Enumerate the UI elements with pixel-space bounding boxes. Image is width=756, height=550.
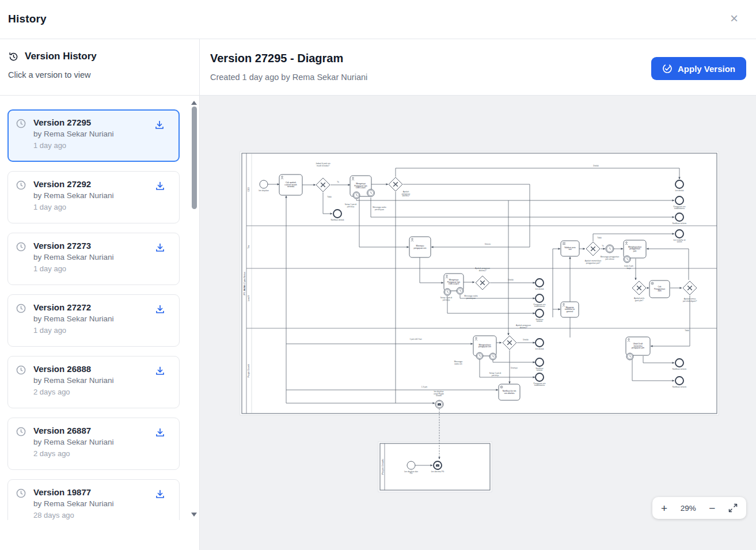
bpmn-end-event: [535, 294, 544, 302]
version-list: Version 27295 by Rema Sekar Nuriani 1 da…: [0, 96, 199, 520]
diagram-canvas[interactable]: PT JAVAN Cipta SolusiCEOTimLead IIPeople…: [200, 96, 756, 550]
diagram-title: Version 27295 - Diagram: [210, 52, 343, 65]
version-list-item[interactable]: Version 26888 by Rema Sekar Nuriani 2 da…: [7, 356, 180, 408]
scrollbar-thumb[interactable]: [192, 107, 197, 209]
check-circle-icon: [662, 63, 673, 74]
version-list-item[interactable]: Version 27273 by Rema Sekar Nuriani 1 da…: [7, 233, 180, 285]
bpmn-label: Notifikasiterkirim: [536, 318, 544, 323]
download-icon[interactable]: [155, 427, 165, 438]
version-list-item[interactable]: Version 26887 by Rema Sekar Nuriani 2 da…: [7, 418, 180, 470]
version-author: by Rema Sekar Nuriani: [33, 376, 114, 385]
version-author: by Rema Sekar Nuriani: [33, 314, 114, 323]
version-title: Version 26888: [33, 364, 114, 374]
version-time: 28 days ago: [33, 511, 114, 519]
bpmn-label: Disetujui: [511, 367, 518, 369]
bpmn-label: Izin ditolak: [675, 189, 683, 192]
download-icon[interactable]: [155, 304, 165, 314]
zoom-controls: + 29% −: [652, 497, 746, 519]
version-history-panel: Version History Click a version to view …: [0, 39, 200, 550]
version-author: by Rema Sekar Nuriani: [33, 253, 114, 261]
bpmn-label: Mengevaluasipengajuan izin: [478, 344, 491, 348]
bpmn-label: Ditolak: [593, 165, 599, 167]
clock-icon: [16, 119, 26, 131]
bpmn-end-event: [675, 213, 683, 221]
diagram-subtitle: Created 1 day ago by Rema Sekar Nuriani: [210, 73, 367, 82]
version-author: by Rema Sekar Nuriani: [33, 438, 114, 446]
bpmn-label: Ya: [602, 245, 604, 247]
bpmn-end-event: [675, 180, 683, 188]
version-time: 2 days ago: [33, 449, 114, 458]
version-time: 1 day ago: [33, 326, 114, 335]
version-title: Version 26887: [33, 426, 114, 435]
bpmn-start-event: [260, 180, 268, 188]
bpmn-label: Notifikasi terkirim: [673, 386, 687, 388]
bpmn-label: MengetujuiPengajuan IzinOleh Lead I: [354, 183, 367, 189]
bpmn-label: Pengajuan izinkedaluwarsa: [534, 382, 546, 387]
diagram-header: Version 27295 - Diagram Created 1 day ag…: [200, 39, 756, 96]
version-title: Version 19877: [33, 487, 114, 497]
bpmn-end-event: [675, 196, 683, 204]
version-list-item[interactable]: Version 27295 by Rema Sekar Nuriani 1 da…: [7, 109, 180, 162]
clock-icon: [16, 427, 26, 439]
modal-header: History ×: [0, 0, 756, 39]
download-icon[interactable]: [155, 489, 165, 499]
version-list-item[interactable]: Version 27272 by Rema Sekar Nuriani 1 da…: [7, 294, 180, 347]
apply-version-button[interactable]: Apply Version: [651, 57, 746, 80]
version-time: 2 days ago: [33, 388, 114, 396]
version-list-item[interactable]: Version 27292 by Rema Sekar Nuriani 1 da…: [7, 171, 180, 223]
version-title: Version 27273: [33, 241, 114, 251]
sidebar-subtitle: Click a version to view: [8, 70, 191, 79]
version-time: 1 day ago: [33, 264, 114, 273]
bpmn-label: Notifikasiterkirim: [536, 367, 544, 372]
bpmn-label: Izin diterima PG: [431, 471, 445, 473]
pool-label: PT JAVAN Cipta Solusi: [243, 271, 246, 295]
version-title: Version 27295: [33, 117, 114, 127]
pool-label: People Growth: [381, 459, 384, 474]
scrollbar-up-arrow[interactable]: [191, 101, 197, 105]
bpmn-label: Izin diajukan: [259, 189, 269, 192]
bpmn-label: 1-3 jam: [421, 386, 428, 388]
close-icon[interactable]: ×: [727, 12, 741, 25]
bpmn-end-event: [535, 309, 544, 317]
lane-label: Lead II: [248, 295, 250, 302]
bpmn-start-event: [407, 461, 415, 469]
bpmn-end-event: [535, 358, 544, 366]
bpmn-end-event: [675, 377, 683, 385]
fullscreen-icon[interactable]: [728, 503, 738, 513]
lane-label: People Growth: [248, 364, 250, 377]
bpmn-label: Tidak: [685, 329, 689, 332]
version-time: 1 day ago: [33, 203, 114, 211]
sidebar-title: Version History: [25, 51, 97, 62]
version-list-item[interactable]: Version 19877 by Rema Sekar Nuriani 28 d…: [7, 479, 180, 520]
zoom-in-button[interactable]: +: [661, 503, 667, 514]
history-icon: [8, 51, 19, 62]
bpmn-label: MengetujuiPengajuan IzinOleh Lead II: [447, 279, 461, 285]
bpmn-end-event: [535, 373, 544, 381]
scrollbar-down-arrow[interactable]: [191, 513, 197, 517]
download-icon[interactable]: [154, 120, 165, 130]
bpmn-end-event: [675, 230, 683, 238]
bpmn-diagram[interactable]: PT JAVAN Cipta SolusiCEOTimLead IIPeople…: [200, 96, 756, 550]
download-icon[interactable]: [155, 181, 165, 191]
bpmn-label: Izin ditolak: [535, 288, 544, 290]
download-icon[interactable]: [155, 366, 165, 376]
clock-icon: [16, 304, 26, 316]
version-author: by Rema Sekar Nuriani: [33, 130, 114, 138]
bpmn-label: Tidak: [597, 237, 602, 239]
bpmn-label: Notifikasi terkirim: [673, 368, 687, 370]
clock-icon: [16, 242, 26, 254]
bpmn-label: Menungguwaktu izin: [454, 361, 463, 365]
sidebar-header: Version History Click a version to view: [0, 39, 199, 96]
bpmn-end-event: [333, 210, 341, 218]
zoom-out-button[interactable]: −: [709, 503, 715, 514]
download-icon[interactable]: [155, 242, 165, 253]
bpmn-label: Jadwal & jatah izinmasih tersedia?: [316, 162, 330, 167]
version-time: 1 day ago: [33, 141, 114, 150]
version-author: by Rema Sekar Nuriani: [33, 499, 114, 508]
lane-label: CEO: [248, 187, 250, 192]
bpmn-label: Tidak: [327, 196, 332, 198]
bpmn-label: Notifikasi ditolak: [330, 219, 344, 221]
version-title: Version 27292: [33, 179, 114, 189]
bpmn-label: Ditolak: [523, 339, 529, 341]
bpmn-end-event: [675, 359, 683, 367]
